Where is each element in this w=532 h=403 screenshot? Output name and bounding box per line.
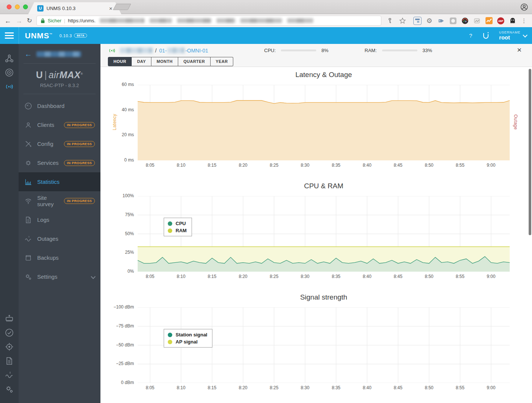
sidebar-item-label: Logs [37, 217, 49, 223]
browser-menu-icon[interactable]: ⋮ [520, 17, 528, 24]
sidebar-item-statistics[interactable]: Statistics [19, 172, 100, 191]
browser-profile-icon[interactable] [520, 3, 528, 11]
ghostery-extension-icon[interactable] [509, 17, 517, 25]
analytics-extension-icon[interactable] [485, 17, 493, 25]
browser-url-row: ← → ↻ Sicher | https://unms. ⚙ ABP ⋮ [0, 14, 532, 27]
app-header: UNMS™ 0.10.3 BETA ? USERNAME root [0, 27, 532, 44]
circle-extension-icon[interactable] [449, 17, 457, 25]
legend-item-ram[interactable]: RAM [168, 228, 187, 233]
device-status-icon [108, 47, 116, 55]
x-tick-label: 8:25 [265, 385, 284, 390]
y-tick-label: 0% [102, 269, 134, 274]
sites-icon[interactable] [4, 54, 14, 63]
logs-rail-icon[interactable] [4, 356, 14, 366]
app-version: 0.10.3 [60, 33, 72, 38]
x-tick-label: 8:15 [202, 274, 222, 279]
y-tick-label: 25% [102, 250, 134, 255]
x-tick-label: 8:55 [451, 274, 470, 279]
x-axis-labels: 8:058:108:158:208:258:308:358:408:458:50… [138, 384, 510, 391]
sidebar-item-services[interactable]: ServicesIN PROGRESS [19, 153, 100, 172]
breadcrumb-site-redacted[interactable] [120, 48, 153, 53]
hamburger-menu-icon[interactable] [0, 31, 19, 40]
tasks-icon[interactable] [4, 328, 14, 338]
user-menu[interactable]: USERNAME root [499, 31, 527, 41]
sidebar-item-label: Backups [37, 255, 59, 261]
ram-label: RAM: [365, 48, 377, 53]
adblock-extension-icon[interactable]: ABP [497, 17, 505, 25]
sidebar-item-outages[interactable]: Outages [19, 229, 100, 248]
x-tick-label: 8:20 [233, 274, 253, 279]
time-range-tabs: HOURDAYMONTHQUARTERYEAR [100, 57, 532, 66]
back-arrow-icon: ← [25, 50, 32, 58]
devices-icon[interactable] [4, 82, 14, 92]
sidebar-item-clients[interactable]: ClientsIN PROGRESS [19, 115, 100, 134]
latency-axis-label: Latency [112, 111, 117, 133]
tab-hour[interactable]: HOUR [108, 57, 132, 66]
x-tick-label: 8:15 [202, 385, 222, 390]
firmware-icon[interactable] [4, 314, 14, 323]
unms-favicon: U [37, 5, 44, 12]
legend-item-ap-signal[interactable]: AP signal [168, 339, 207, 345]
sidebar-item-logs[interactable]: Logs [19, 210, 100, 229]
sidebar-item-config[interactable]: ConfigIN PROGRESS [19, 134, 100, 153]
close-window-button[interactable] [7, 4, 12, 9]
tab-close-icon[interactable]: × [109, 5, 112, 12]
url-redacted-blur [100, 18, 377, 23]
icon-rail [0, 44, 19, 403]
reload-button[interactable]: ↻ [27, 17, 32, 24]
sidebar-item-backups[interactable]: Backups [19, 248, 100, 267]
svg-text:ABP: ABP [498, 20, 503, 22]
sidebar-item-label: Settings [37, 274, 57, 280]
charts-area: Latency & Outage Latency Outage 60 ms40 … [100, 71, 532, 391]
settings-rail-icon[interactable] [4, 384, 14, 394]
device-logo-block: U|airMAX® R5AC-PTP - 8.3.2 [19, 64, 100, 94]
url-text: https://unms. [68, 18, 96, 23]
bookmark-star-icon[interactable] [398, 17, 407, 25]
in-progress-badge: IN PROGRESS [64, 141, 95, 147]
discovery-icon[interactable] [4, 342, 14, 352]
back-to-site-link[interactable]: ← [19, 44, 100, 63]
notes-extension-icon[interactable] [473, 17, 481, 25]
x-tick-label: 8:50 [419, 274, 439, 279]
color-picker-extension-icon[interactable] [461, 17, 469, 25]
outages-rail-icon[interactable] [4, 370, 14, 380]
scrollbar-thumb[interactable] [529, 69, 531, 235]
sidebar-item-site-survey[interactable]: Site surveyIN PROGRESS [19, 191, 100, 210]
tab-quarter[interactable]: QUARTER [178, 57, 211, 66]
zoom-window-button[interactable] [23, 4, 28, 9]
forward-button[interactable]: → [16, 17, 22, 24]
y-tick-label: −50 dBm [102, 342, 134, 348]
browser-tab[interactable]: U UNMS 0.10.3 × [28, 2, 121, 14]
breadcrumb-device-link[interactable]: 01- -OMNI-01 [159, 48, 208, 54]
window-controls[interactable] [7, 4, 28, 9]
chevron-down-icon [91, 274, 96, 279]
ram-bar-track [382, 49, 417, 51]
legend-item-station-signal[interactable]: Station signal [168, 332, 207, 338]
tab-year[interactable]: YEAR [211, 57, 234, 66]
address-bar[interactable]: Sicher | https://unms. [36, 16, 381, 26]
cpu-label: CPU: [264, 48, 276, 53]
gear-extension-icon[interactable]: ⚙ [425, 17, 433, 25]
sidebar-item-dashboard[interactable]: Dashboard [19, 96, 100, 115]
y-tick-label: 75% [102, 212, 134, 217]
back-button[interactable]: ← [4, 17, 11, 24]
new-tab-button[interactable] [113, 4, 131, 10]
minimize-window-button[interactable] [15, 4, 20, 9]
sidebar-item-settings[interactable]: Settings [19, 267, 100, 286]
tab-window-extension-icon[interactable] [413, 17, 422, 25]
ubiquiti-logo-icon[interactable] [482, 32, 490, 40]
legend-label: AP signal [176, 339, 198, 345]
legend-item-cpu[interactable]: CPU [168, 221, 187, 226]
tab-day[interactable]: DAY [132, 57, 151, 66]
cpu-value: 8% [321, 48, 329, 53]
x-axis-labels: 8:058:108:158:208:258:308:358:408:458:50… [138, 273, 510, 280]
endpoints-icon[interactable] [4, 68, 14, 77]
y-tick-label: 0 dBm [102, 380, 134, 385]
tab-month[interactable]: MONTH [151, 57, 178, 66]
breadcrumb-separator: / [155, 48, 157, 54]
help-icon[interactable]: ? [469, 32, 472, 39]
close-panel-icon[interactable]: × [517, 45, 522, 54]
key-icon[interactable] [386, 17, 394, 25]
tag-extension-icon[interactable] [437, 17, 445, 25]
sidebar-menu: DashboardClientsIN PROGRESSConfigIN PROG… [19, 96, 100, 286]
